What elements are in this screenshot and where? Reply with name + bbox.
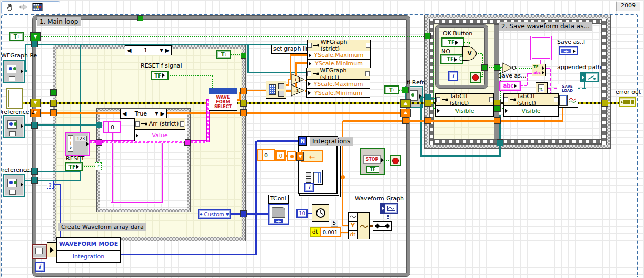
property-row-visible[interactable]: Visible <box>435 106 494 117</box>
sequence-tunnel-error[interactable] <box>601 100 608 107</box>
dt-constant[interactable]: 0.001 <box>320 227 341 237</box>
waveform-graph-terminal[interactable] <box>380 203 398 214</box>
loop-tunnel-green[interactable] <box>402 87 409 93</box>
case-selector[interactable]: ◀ 1 ▼ ▶ <box>125 45 172 55</box>
property-row-visible[interactable]: Visible <box>503 106 559 117</box>
forward-arrow-tool-icon[interactable] <box>19 3 28 13</box>
case-tunnel-orange[interactable] <box>50 109 57 116</box>
unbundle-node[interactable] <box>266 81 286 99</box>
true-constant[interactable]: T⁞ <box>216 50 231 59</box>
case-tunnel-error[interactable] <box>50 100 57 107</box>
increment-node[interactable]: +1 <box>291 73 305 85</box>
property-row-yscale-min[interactable]: YScale.Minimum <box>306 89 370 98</box>
ok-button-terminal[interactable]: TF <box>441 37 464 47</box>
reference-icon[interactable] <box>3 174 25 197</box>
hand-tool-icon[interactable] <box>6 3 15 13</box>
reset-f-signal-terminal[interactable]: TF <box>151 71 169 80</box>
not-gate[interactable] <box>502 62 517 73</box>
true-constant[interactable]: T⁞ <box>384 85 399 94</box>
wait-ms-node[interactable] <box>312 204 329 222</box>
sequence-border-bottom[interactable] <box>429 139 607 145</box>
count-terminal[interactable]: N <box>298 137 307 146</box>
wfgraph-ref-icon[interactable] <box>3 60 25 83</box>
wait-ms-constant[interactable]: 10 <box>296 209 308 218</box>
selector-next-icon[interactable]: ▶ <box>165 47 170 54</box>
shift-register-initializer[interactable] <box>287 151 296 161</box>
loop-condition-terminal[interactable] <box>390 155 401 166</box>
tunnel-teal[interactable] <box>31 41 38 47</box>
appended-path-terminal[interactable] <box>580 72 599 82</box>
empty-string-constant[interactable] <box>532 37 550 59</box>
property-row-yscale-max[interactable]: YScale.Maximum <box>307 51 371 60</box>
selector-dropdown-icon[interactable]: ▼ <box>155 111 158 116</box>
selector-value[interactable]: True <box>128 110 153 117</box>
inner-tunnel-pink[interactable] <box>96 139 102 146</box>
loop-tunnel-orange[interactable] <box>402 117 409 124</box>
arr-property-node[interactable]: Arr (strict) Value <box>134 118 185 140</box>
waveform-mode-enum-icon[interactable] <box>32 244 47 259</box>
diagram-tool-icon[interactable] <box>32 3 43 13</box>
unwired-tunnel[interactable]: ? <box>95 162 102 170</box>
iteration-terminal[interactable]: i <box>35 262 45 272</box>
inner-tunnel-teal[interactable] <box>96 122 102 128</box>
tconl-control-terminal[interactable]: ◀▶ <box>268 204 289 225</box>
forloop-shift-register-left[interactable]: ▼ <box>296 152 304 161</box>
tunnel-green-top[interactable] <box>137 15 143 21</box>
feedback-node[interactable]: ← <box>301 150 323 162</box>
error-ring-constant[interactable] <box>6 88 23 109</box>
custom-enum-constant[interactable]: ◆ Custom ▼ <box>198 209 231 219</box>
save-loop-iteration-terminal[interactable]: i <box>448 71 458 81</box>
forloop-iteration-terminal[interactable]: i <box>304 183 314 192</box>
array-constant-0[interactable]: 0 <box>103 121 121 133</box>
array-to-cluster-bar[interactable] <box>373 221 392 231</box>
selector-value[interactable]: 1 <box>133 47 157 54</box>
wfgraph-property-node-2[interactable]: WFGraph (strict) YScale.Maximum YScale.M… <box>306 68 370 95</box>
structure-tunnel-orange[interactable] <box>424 117 431 124</box>
save-load-subvi[interactable]: SAVE LOAD <box>557 84 578 108</box>
stop-button-terminal[interactable]: STOP TF <box>360 148 385 175</box>
shift-register-left-boolean[interactable]: ▼ <box>30 32 41 41</box>
divider-tunnel-orange[interactable] <box>494 117 501 124</box>
case-tunnel-error[interactable] <box>240 100 247 107</box>
select-node[interactable]: TF abc <box>532 64 546 76</box>
waveform-mode-node[interactable]: WAVEFORM MODE Integration <box>56 237 121 261</box>
tabctl-property-node-1[interactable]: TabCtl (strict) Visible <box>435 93 494 115</box>
true-constant[interactable]: T⁞ <box>9 32 24 41</box>
error-out-terminal[interactable] <box>619 97 636 107</box>
case-tunnel-green[interactable] <box>50 89 57 96</box>
tabctl-property-node-2[interactable]: TabCtl (strict) Visible <box>503 93 559 115</box>
sequence-border-right[interactable] <box>601 19 607 145</box>
save-loop-condition-terminal[interactable] <box>470 72 481 83</box>
structure-tunnel-green[interactable] <box>424 33 431 39</box>
case-tunnel-orange[interactable] <box>240 109 247 116</box>
array-constant-0[interactable]: 0 <box>257 149 275 161</box>
reset-terminal[interactable]: TF <box>65 162 83 171</box>
tunnel-teal[interactable] <box>31 177 38 184</box>
structure-tunnel-error[interactable] <box>424 100 431 107</box>
tunnel-teal[interactable] <box>31 168 38 175</box>
property-row-yscale-max[interactable]: YScale.Maximum <box>306 80 370 89</box>
save-as-string-terminal[interactable]: abc <box>499 81 521 91</box>
decrement-node[interactable]: -1 <box>291 84 305 97</box>
case-tunnel-green-small[interactable] <box>241 53 246 59</box>
while2-tunnel-green[interactable] <box>481 64 488 71</box>
property-row-value[interactable]: Value <box>134 130 185 141</box>
selector-prev-icon[interactable]: ◀ <box>127 47 131 54</box>
selector-dropdown-icon[interactable]: ▼ <box>160 48 163 53</box>
case-tunnel-orange[interactable] <box>240 88 247 94</box>
unwired-tunnel-blue[interactable]: ? <box>47 181 54 189</box>
integration-row[interactable]: Integration <box>56 251 121 263</box>
save-as-ring-terminal[interactable]: ◀▶ <box>559 46 578 55</box>
shift-register-right-numeric[interactable]: ▲ <box>400 109 411 117</box>
reset-subvi-icon[interactable]: i j k 123 <box>65 132 90 156</box>
divider-tunnel-green[interactable] <box>494 105 501 112</box>
wfgraph-property-node-1[interactable]: WFGraph (strict) YScale.Maximum YScale.M… <box>307 40 371 66</box>
reference2-icon[interactable] <box>3 115 25 138</box>
shift-register-right-error[interactable]: ▲ <box>400 99 411 108</box>
tunnel-teal[interactable] <box>31 122 38 129</box>
wave-form-select-subvi[interactable]: WAVE FORM SELECT <box>209 88 237 111</box>
numeric-constant-0[interactable]: 0 <box>275 150 286 161</box>
selector-prev-icon[interactable]: ◀ <box>122 110 126 117</box>
divider-tunnel-green[interactable] <box>494 64 500 71</box>
build-waveform-node[interactable]: Y dt <box>348 212 370 239</box>
